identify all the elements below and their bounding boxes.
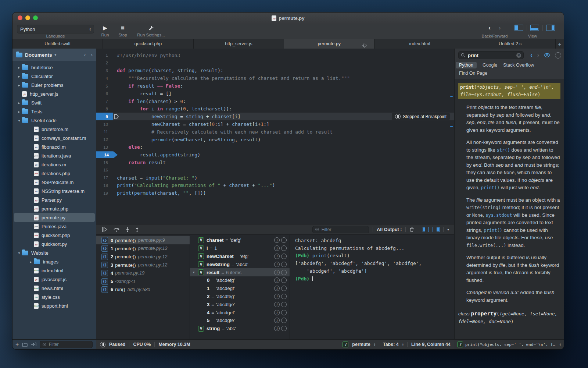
code-line-2[interactable]: 2 bbox=[96, 59, 454, 67]
zoom-button[interactable] bbox=[33, 15, 38, 20]
line-number[interactable]: 2 bbox=[96, 59, 113, 67]
tab-http_server.js[interactable]: http_server.js bbox=[194, 39, 284, 49]
stack-frame-3[interactable]: {}3permute()permute.py:12 bbox=[96, 261, 190, 269]
tab-quicksort.php[interactable]: quicksort.php bbox=[103, 39, 193, 49]
line-number[interactable]: 4 bbox=[96, 74, 113, 82]
info-icon[interactable]: i bbox=[274, 318, 280, 323]
tree-file-javascript.js[interactable]: jsjavascript.js bbox=[14, 275, 95, 284]
actions-icon[interactable]: … bbox=[281, 326, 287, 331]
breakpoint-marker[interactable]: 14 bbox=[96, 151, 118, 158]
line-number[interactable]: 18 bbox=[96, 182, 113, 190]
line-number[interactable]: 10 bbox=[96, 120, 113, 128]
variable-row-0[interactable]: 0='abcdefg'i… bbox=[190, 276, 290, 284]
variable-row-1[interactable]: 1='abcdegf'i… bbox=[190, 284, 290, 293]
actions-icon[interactable]: … bbox=[281, 310, 287, 315]
code-line-4[interactable]: 4 """Recursively calculate the permutati… bbox=[96, 74, 454, 82]
tree-file-permute.php[interactable]: phppermute.php bbox=[14, 204, 95, 213]
line-number[interactable]: 1 bbox=[96, 52, 113, 59]
console-filter-field[interactable] bbox=[312, 226, 369, 233]
run-settings-button[interactable]: Run Settings... bbox=[133, 24, 169, 37]
actions-icon[interactable]: … bbox=[281, 318, 287, 323]
tree-folder-Calculator[interactable]: ▸Calculator bbox=[14, 72, 95, 81]
docs-tab-Python[interactable]: Python bbox=[456, 62, 477, 68]
variable-row-3[interactable]: 3='abcdfge'i… bbox=[190, 300, 290, 308]
stack-frame-4[interactable]: {}4permute.py:19 bbox=[96, 269, 190, 277]
status-tabs-select[interactable]: Tabs: 4 bbox=[383, 342, 399, 347]
docs-back-button[interactable]: ‹ bbox=[530, 52, 532, 59]
variable-row-string[interactable]: Vstring='abc'i… bbox=[190, 325, 290, 333]
variable-row-i[interactable]: Vi=1i… bbox=[190, 244, 290, 252]
tree-file-news.html[interactable]: htmlnews.html bbox=[14, 284, 95, 293]
code-line-1[interactable]: 1#!/usr/bin/env python3 bbox=[96, 52, 454, 59]
code-line-7[interactable]: 7 if len(charset) > 0: bbox=[96, 98, 454, 105]
actions-icon[interactable]: … bbox=[281, 254, 287, 259]
clear-search-icon[interactable]: ✕ bbox=[516, 53, 521, 58]
tree-file-iterations.m[interactable]: miterations.m bbox=[14, 160, 95, 169]
tree-file-NSString traverse.m[interactable]: mNSString traverse.m bbox=[14, 187, 95, 195]
info-icon[interactable]: i bbox=[274, 270, 280, 275]
tree-file-style.css[interactable]: cssstyle.css bbox=[14, 293, 95, 301]
minimize-button[interactable] bbox=[25, 15, 30, 20]
line-number[interactable]: 5 bbox=[96, 82, 113, 90]
docs-tab-Google[interactable]: Google bbox=[483, 63, 497, 68]
tree-folder-images[interactable]: ▸images bbox=[14, 257, 95, 266]
variable-row-result[interactable]: ▾Vresult=6 itemsi… bbox=[190, 268, 290, 276]
toggle-bottom-panel-icon[interactable] bbox=[530, 25, 539, 31]
info-icon[interactable]: i bbox=[274, 245, 280, 251]
tree-file-NSPredicate.m[interactable]: mNSPredicate.m bbox=[14, 178, 95, 187]
code-line-18[interactable]: 18print("Calculating permutations of " +… bbox=[96, 182, 454, 190]
stack-frame-1[interactable]: {}1permute()permute.py:12 bbox=[96, 244, 190, 252]
console-filter-input[interactable] bbox=[321, 227, 366, 233]
disclosure-chevron-icon[interactable]: ▸ bbox=[28, 260, 34, 264]
toggle-stack-panel-icon[interactable] bbox=[422, 227, 429, 232]
new-folder-button[interactable] bbox=[22, 342, 28, 347]
line-number[interactable]: 13 bbox=[96, 144, 113, 151]
code-line-17[interactable]: 17charset = input("Charset: ") bbox=[96, 174, 454, 182]
variable-row-5[interactable]: 5='abcdgfe'i… bbox=[190, 316, 290, 325]
toggle-variables-panel-icon[interactable] bbox=[433, 227, 440, 232]
eye-icon[interactable] bbox=[544, 53, 550, 57]
disclosure-chevron-icon[interactable]: ▾ bbox=[16, 118, 22, 123]
tree-file-quicksort.py[interactable]: pyquicksort.py bbox=[14, 240, 95, 248]
actions-icon[interactable]: … bbox=[281, 245, 287, 251]
tree-file-iterations.java[interactable]: javaiterations.java bbox=[14, 151, 95, 160]
stack-frame-2[interactable]: {}2permute()permute.py:12 bbox=[96, 253, 190, 261]
tree-folder-Euler problems[interactable]: ▸Euler problems bbox=[14, 81, 95, 89]
line-number[interactable]: 6 bbox=[96, 90, 113, 98]
stack-frame-0[interactable]: {}0permute()permute.py:9 bbox=[96, 236, 190, 244]
line-number[interactable]: 3 bbox=[96, 67, 113, 75]
info-icon[interactable]: i bbox=[274, 254, 280, 259]
actions-icon[interactable]: … bbox=[281, 262, 287, 267]
console-panel[interactable]: Charset: abcdefgCalculating permutations… bbox=[290, 235, 454, 340]
tree-file-Parser.py[interactable]: pyParser.py bbox=[14, 195, 95, 204]
tree-file-fibonacci.m[interactable]: mfibonacci.m bbox=[14, 142, 95, 151]
info-icon[interactable]: i bbox=[274, 277, 280, 283]
variable-row-4[interactable]: 4='abcdgef'i… bbox=[190, 308, 290, 316]
tab-Untitled.swift[interactable]: Untitled.swift bbox=[12, 39, 103, 49]
expander-icon[interactable]: ▾ bbox=[193, 270, 198, 274]
info-icon[interactable]: i bbox=[274, 302, 280, 307]
docs-content[interactable]: print(*objects, sep=' ', end='\n', file=… bbox=[455, 79, 564, 340]
tab-index.html[interactable]: index.html bbox=[374, 39, 465, 49]
code-line-19[interactable]: 19print(permute(charset, "", [])) bbox=[96, 189, 454, 197]
sidebar-back-icon[interactable]: ‹ bbox=[84, 52, 86, 58]
stack-frame-5[interactable]: {}5<string>:1 bbox=[96, 277, 190, 285]
code-editor[interactable]: 1#!/usr/bin/env python323def permute(cha… bbox=[96, 49, 454, 224]
tab-find-on-page[interactable]: Find On Page bbox=[459, 71, 487, 76]
tree-file-permute.py[interactable]: pypermute.py bbox=[14, 213, 95, 222]
tab-permute.py[interactable]: permute.py bbox=[284, 39, 374, 49]
code-line-6[interactable]: 6 result = [] bbox=[96, 90, 454, 98]
back-button[interactable]: ‹ bbox=[488, 24, 491, 32]
code-line-14[interactable]: 1414 result.append(string) bbox=[96, 151, 454, 159]
line-number[interactable]: 16 bbox=[96, 166, 113, 174]
info-icon[interactable]: i bbox=[274, 310, 280, 315]
export-button[interactable] bbox=[31, 342, 36, 347]
title-bar[interactable]: py permute.py bbox=[12, 13, 564, 24]
actions-icon[interactable]: … bbox=[281, 270, 287, 275]
status-function-select[interactable]: permute bbox=[352, 342, 370, 347]
code-line-3[interactable]: 3def permute(charset, string, result): bbox=[96, 67, 454, 75]
line-number[interactable]: 15 bbox=[96, 159, 113, 166]
output-select[interactable]: All Output ▴▾ bbox=[377, 227, 402, 232]
variable-row-charset[interactable]: Vcharset='defg'i… bbox=[190, 236, 290, 244]
add-file-button[interactable]: + bbox=[15, 341, 19, 348]
